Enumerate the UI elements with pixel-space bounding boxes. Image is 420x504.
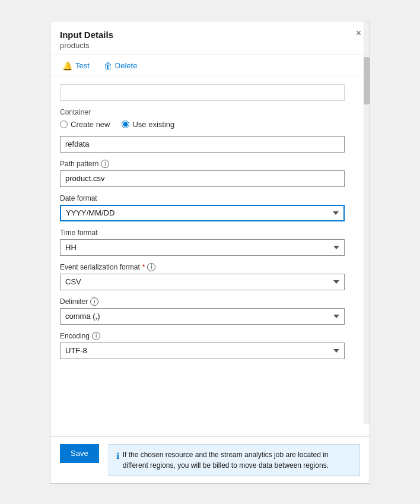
container-label: Container	[60, 108, 360, 116]
delimiter-select[interactable]: comma (,) semicolon (;) tab space pipe (…	[60, 308, 345, 325]
footer: Save ℹ If the chosen resource and the st…	[50, 436, 370, 483]
use-existing-radio[interactable]	[122, 121, 129, 128]
test-label: Test	[75, 61, 90, 70]
date-format-label: Date format	[60, 194, 360, 202]
event-format-info-icon: i	[147, 263, 155, 271]
delete-label: Delete	[115, 61, 138, 70]
delimiter-info-icon: i	[90, 297, 98, 306]
use-existing-radio-label[interactable]: Use existing	[122, 120, 174, 129]
create-new-radio-label[interactable]: Create new	[60, 120, 110, 129]
close-button[interactable]: ×	[356, 28, 361, 38]
panel-title: Input Details	[60, 30, 360, 40]
path-pattern-input[interactable]	[60, 170, 345, 187]
container-value-field	[60, 136, 360, 153]
use-existing-text: Use existing	[132, 120, 174, 129]
test-icon: 🔔	[62, 61, 72, 71]
delete-button[interactable]: 🗑 Delete	[101, 60, 140, 72]
event-format-field: Event serialization format * i CSV JSON …	[60, 263, 360, 290]
path-pattern-field: Path pattern i	[60, 160, 360, 187]
path-pattern-info-icon: i	[101, 160, 109, 168]
info-box-text: If the chosen resource and the stream an…	[123, 449, 352, 471]
path-pattern-label: Path pattern i	[60, 160, 360, 168]
time-format-field: Time format HH HH:mm HH:mm:ss	[60, 229, 360, 256]
event-format-label: Event serialization format * i	[60, 263, 360, 271]
container-section: Container Create new Use existing	[60, 108, 360, 129]
event-format-select[interactable]: CSV JSON Avro Parquet	[60, 274, 345, 290]
scrollable-content: Container Create new Use existing Path p…	[50, 77, 370, 436]
encoding-info-icon: i	[92, 332, 100, 340]
scrolled-input[interactable]	[60, 84, 345, 101]
info-box-icon: ℹ	[116, 450, 119, 462]
input-details-panel: Input Details products × 🔔 Test 🗑 Delete…	[50, 21, 370, 484]
encoding-field: Encoding i UTF-8 UTF-16 ASCII	[60, 332, 360, 359]
scrollbar-track	[364, 21, 370, 424]
container-input[interactable]	[60, 136, 345, 153]
container-radio-group: Create new Use existing	[60, 120, 360, 129]
time-format-select[interactable]: HH HH:mm HH:mm:ss	[60, 239, 345, 256]
toolbar: 🔔 Test 🗑 Delete	[50, 55, 370, 77]
time-format-label: Time format	[60, 229, 360, 237]
panel-subtitle: products	[60, 41, 360, 50]
event-format-required: *	[142, 263, 145, 271]
delete-icon: 🗑	[104, 61, 112, 71]
date-format-field: Date format YYYY/MM/DD YYYY-MM-DD MM/DD/…	[60, 194, 360, 221]
delimiter-field: Delimiter i comma (,) semicolon (;) tab …	[60, 297, 360, 325]
date-format-select[interactable]: YYYY/MM/DD YYYY-MM-DD MM/DD/YYYY DD/MM/Y…	[60, 205, 345, 221]
encoding-select[interactable]: UTF-8 UTF-16 ASCII	[60, 343, 345, 359]
save-button[interactable]: Save	[60, 444, 99, 463]
delimiter-label: Delimiter i	[60, 297, 360, 306]
info-box: ℹ If the chosen resource and the stream …	[109, 444, 360, 476]
panel-header: Input Details products ×	[50, 21, 370, 55]
top-scrolled-field	[60, 84, 360, 101]
create-new-radio[interactable]	[60, 121, 68, 128]
test-button[interactable]: 🔔 Test	[60, 60, 92, 72]
encoding-label: Encoding i	[60, 332, 360, 340]
create-new-text: Create new	[71, 120, 110, 129]
scrollbar-thumb[interactable]	[364, 57, 370, 104]
